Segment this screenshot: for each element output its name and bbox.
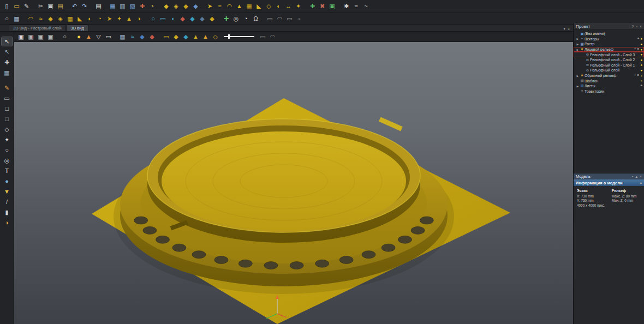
gold-diamond-tool-icon[interactable]: ◆: [207, 14, 217, 23]
paste-icon[interactable]: ▤: [56, 2, 65, 11]
tree-item-label[interactable]: Рельефный слой: [590, 68, 640, 72]
relief-subtract-icon[interactable]: ✖: [318, 2, 327, 11]
relief-wave2-icon[interactable]: ≈: [36, 14, 45, 23]
tree-row[interactable]: ⊙ Рельефный слой - Слой 2 + ≡ ●: [574, 57, 644, 63]
pin-icon[interactable]: ▪: [632, 175, 633, 179]
fill-tool-icon[interactable]: ◑: [2, 218, 13, 227]
vectors-toggle-icon[interactable]: ≈: [128, 32, 137, 41]
star-tool-icon[interactable]: ✦: [2, 135, 13, 144]
relief-smooth2-icon[interactable]: ◠: [26, 14, 35, 23]
float-icon[interactable]: ▫: [636, 25, 637, 28]
knife-tool-icon[interactable]: /: [2, 197, 13, 206]
table-view-icon[interactable]: ▥: [118, 2, 127, 11]
tree-item-label[interactable]: Шаблон: [585, 79, 640, 83]
tree-item-label[interactable]: Рельефный слой - Слой 3: [590, 53, 640, 57]
relief-smooth-icon[interactable]: ◠: [225, 2, 234, 11]
dots-tool-icon[interactable]: ✱: [342, 2, 351, 11]
cone-icon[interactable]: ▲: [201, 32, 210, 41]
add-icon[interactable]: +: [634, 74, 636, 77]
spiral-tool-icon[interactable]: ◔: [241, 14, 251, 23]
view-front-icon[interactable]: ▣: [26, 32, 35, 41]
dot-faint-icon[interactable]: ▫: [295, 14, 304, 23]
vector-fish-icon[interactable]: ◖: [168, 14, 177, 23]
target-tool-icon[interactable]: ◎: [231, 14, 241, 23]
open-file-icon[interactable]: ▭: [12, 2, 21, 11]
relief-mirror-icon[interactable]: ◐: [274, 2, 283, 11]
dash-faint-icon[interactable]: ▭: [285, 14, 294, 23]
tree-row[interactable]: ✦ Траектории + ≡ ●: [574, 89, 644, 94]
visibility-bulb-icon[interactable]: ●: [640, 69, 642, 72]
relief-offset-icon[interactable]: ◇: [264, 2, 273, 11]
protractor-icon[interactable]: ◔: [147, 2, 157, 11]
visibility-bulb-icon[interactable]: ●: [640, 58, 642, 62]
model-floor[interactable]: [162, 131, 406, 231]
add-icon[interactable]: +: [637, 37, 640, 41]
view-iso-icon[interactable]: ▣: [16, 32, 26, 41]
tree-row[interactable]: ▶ ▥ Листы + ≡ ●: [574, 83, 644, 89]
relief-angle-icon[interactable]: ◔: [95, 14, 104, 23]
brush-tool-icon[interactable]: ▮: [2, 208, 13, 217]
tree-item-label[interactable]: Траектории: [585, 89, 642, 93]
visibility-bulb-icon[interactable]: ●: [640, 43, 642, 46]
blue-diamond-icon[interactable]: ◆: [138, 32, 147, 41]
text-tool-icon[interactable]: T: [2, 166, 13, 175]
visibility-bulb-icon[interactable]: ●: [640, 37, 642, 40]
red-diamond-tool-icon[interactable]: ◆: [178, 14, 187, 23]
teal-diamond-tool-icon[interactable]: ◆: [188, 14, 197, 23]
view-top-icon[interactable]: ▣: [46, 32, 55, 41]
view-tab[interactable]: 2D Вид - Растровый слой: [9, 25, 66, 31]
faint-corner-icon[interactable]: ◠: [268, 32, 277, 41]
grid-snap-icon[interactable]: ▦: [2, 68, 13, 77]
relief-grid-icon[interactable]: ▦: [65, 14, 75, 23]
corner-faint-icon[interactable]: ◠: [275, 14, 284, 23]
light-slider-handle[interactable]: [228, 34, 230, 39]
tree-row[interactable]: ▶ ★ Обратный рельеф + ≡ ●: [574, 73, 644, 79]
expander-icon[interactable]: ▶: [576, 48, 580, 51]
ellipse-tool-icon[interactable]: ○: [2, 146, 13, 154]
relief-texture-icon[interactable]: ▦: [245, 2, 254, 11]
collapse-icon[interactable]: ▴: [640, 181, 642, 185]
tree-item-label[interactable]: Обратный рельеф: [585, 74, 634, 77]
relief-load-icon[interactable]: ◈: [171, 2, 181, 11]
tree-row[interactable]: ⊙ Рельефный слой + ≡ ●: [574, 68, 644, 73]
relief-half-icon[interactable]: ◑: [134, 14, 144, 23]
preferences-icon[interactable]: ▦: [12, 14, 21, 23]
zoom-tool-icon[interactable]: ○: [2, 14, 11, 23]
relief-dome-icon[interactable]: ◐: [85, 14, 94, 23]
relief-star-icon[interactable]: ✦: [115, 14, 124, 23]
save-file-icon[interactable]: ✎: [22, 2, 31, 11]
cut-icon[interactable]: ✂: [36, 2, 45, 11]
tree-item-label[interactable]: Лицевой рельеф: [585, 47, 634, 51]
vector-ellipse-icon[interactable]: ○: [148, 14, 158, 23]
relief-arrow-icon[interactable]: ➤: [105, 14, 114, 23]
3d-viewport[interactable]: [14, 42, 573, 324]
teal-diamond-icon[interactable]: ◆: [181, 32, 190, 41]
tree-row[interactable]: ▶ ≈ Векторы + ≡ ●: [574, 37, 644, 42]
tree-row[interactable]: ⊙ Рельефный слой - Слой 3 + ≡ ●: [574, 52, 644, 57]
pin-tool-icon[interactable]: ▼: [2, 187, 13, 196]
tab-menu-icon[interactable]: ▾: [563, 27, 565, 31]
faint-rect-icon[interactable]: ▭: [258, 32, 267, 41]
section-icon[interactable]: ▭: [104, 32, 113, 41]
gold-diamond-icon[interactable]: ◆: [171, 32, 181, 41]
zoom-window-icon[interactable]: ○: [60, 32, 69, 41]
tree-row[interactable]: ⊙ Рельефный слой - Слой 1 + ≡ ●: [574, 63, 644, 68]
gold-flat-icon[interactable]: ▭: [162, 32, 171, 41]
material-icon[interactable]: ▲: [84, 32, 93, 41]
notes-icon[interactable]: ▤: [94, 2, 103, 11]
menu-icon[interactable]: ≡: [637, 74, 640, 77]
relief-slope-icon[interactable]: ◣: [75, 14, 85, 23]
expander-icon[interactable]: ▶: [576, 43, 580, 46]
expander-icon[interactable]: ▶: [576, 74, 580, 77]
view-side-icon[interactable]: ▣: [36, 32, 45, 41]
expander-icon[interactable]: ▶: [576, 85, 580, 88]
relief-combine-icon[interactable]: ✦: [294, 2, 303, 11]
circle-tool-icon[interactable]: ◎: [2, 156, 13, 165]
relief-scale-icon[interactable]: ↔: [284, 2, 293, 11]
relief-blue-icon[interactable]: ◆: [191, 2, 200, 11]
tree-item-label[interactable]: Растр: [585, 42, 640, 46]
relief-facet-icon[interactable]: ◈: [56, 14, 65, 23]
copy-icon[interactable]: ▣: [46, 2, 55, 11]
gold-tri-icon[interactable]: ▲: [191, 32, 200, 41]
help-icon[interactable]: ?: [632, 25, 634, 28]
